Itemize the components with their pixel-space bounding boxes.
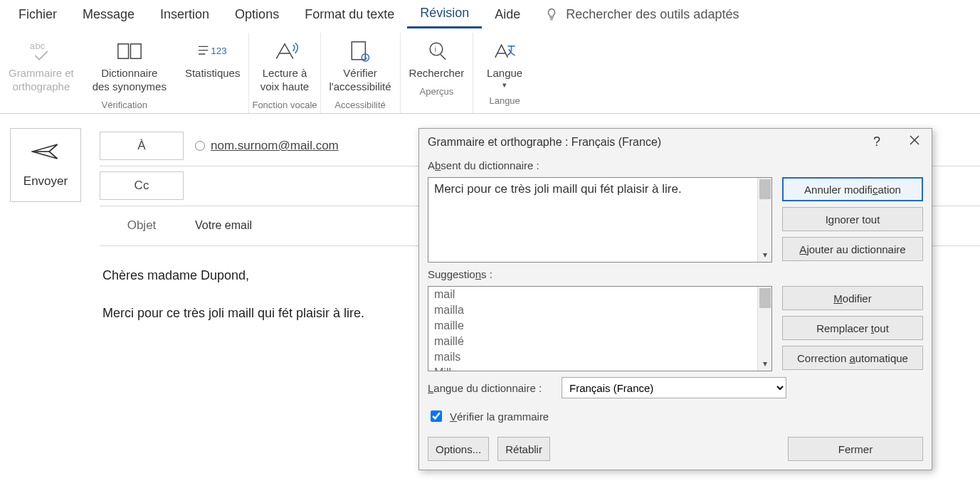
check-grammar-checkbox[interactable] <box>431 410 442 422</box>
accessibility-check-button[interactable]: Vérifier l'accessibilité <box>324 33 397 97</box>
tell-me-label: Rechercher des outils adaptés <box>566 7 739 22</box>
options-button[interactable]: Options... <box>428 437 489 461</box>
scrollbar[interactable]: ▾ <box>757 287 771 371</box>
dict-language-select[interactable]: Français (France) <box>562 377 786 398</box>
thesaurus-icon <box>114 36 145 67</box>
language-button[interactable]: Langue ▾ <box>476 33 533 92</box>
menu-bar: Fichier Message Insertion Options Format… <box>0 0 980 28</box>
sentence-text[interactable]: Merci pour ce très joli maill qui fét pl… <box>428 178 757 262</box>
statistics-label: Statistiques <box>185 67 241 80</box>
menu-message[interactable]: Message <box>70 1 147 28</box>
cc-button[interactable]: Cc <box>100 171 184 200</box>
chevron-down-icon: ▾ <box>502 80 507 90</box>
send-icon <box>31 141 60 166</box>
spellcheck-dialog: Grammaire et orthographe : Français (Fra… <box>418 128 932 470</box>
suggestion-item[interactable]: mails <box>428 349 757 365</box>
svg-rect-2 <box>352 42 365 60</box>
thesaurus-button[interactable]: Dictionnaire des synonymes <box>87 33 172 97</box>
absent-label: Absent du dictionnaire : <box>428 159 772 171</box>
menu-options[interactable]: Options <box>222 1 292 28</box>
scroll-down-icon[interactable]: ▾ <box>763 356 767 371</box>
group-name-language: Langue <box>489 95 520 106</box>
suggestion-item[interactable]: mailla <box>428 302 757 318</box>
thesaurus-label: Dictionnaire des synonymes <box>93 67 167 94</box>
read-aloud-icon <box>269 36 300 67</box>
ribbon-group-insights: i Rechercher Aperçus <box>401 33 474 113</box>
subject-label: Objet <box>100 218 184 233</box>
not-in-dictionary-box[interactable]: Merci pour ce très joli maill qui fét pl… <box>428 177 772 263</box>
subject-field[interactable]: Votre email <box>195 219 252 232</box>
abc-check-icon: abc <box>26 36 57 67</box>
ribbon-group-verification: abc Grammaire et orthographe Dictionnair… <box>0 33 249 113</box>
ignore-all-button[interactable]: Ignorer tout <box>782 207 923 231</box>
change-all-button[interactable]: Remplacer tout <box>782 316 923 340</box>
menu-insertion[interactable]: Insertion <box>147 1 222 28</box>
lightbulb-icon <box>544 7 559 21</box>
svg-text:123: 123 <box>211 46 226 56</box>
menu-fichier[interactable]: Fichier <box>6 1 70 28</box>
spellcheck-button[interactable]: abc Grammaire et orthographe <box>3 33 80 97</box>
menu-aide[interactable]: Aide <box>482 1 533 28</box>
group-name-verification: Vérification <box>102 100 147 110</box>
word-count-icon: 123 <box>196 36 230 67</box>
presence-icon <box>195 141 205 151</box>
dialog-help-button[interactable]: ? <box>869 133 885 151</box>
menu-format-texte[interactable]: Format du texte <box>292 1 407 28</box>
ribbon: abc Grammaire et orthographe Dictionnair… <box>0 28 980 114</box>
change-button[interactable]: Modifier <box>782 286 923 310</box>
tell-me-search[interactable]: Rechercher des outils adaptés <box>533 7 739 22</box>
add-to-dictionary-button[interactable]: Ajouter au dictionnaire <box>782 237 923 261</box>
to-button[interactable]: À <box>100 132 184 160</box>
group-name-insights: Aperçus <box>420 86 454 97</box>
close-button[interactable]: Fermer <box>788 437 923 461</box>
smart-lookup-button[interactable]: i Rechercher <box>404 33 470 83</box>
accessibility-icon <box>344 36 376 67</box>
statistics-button[interactable]: 123 Statistiques <box>179 33 246 83</box>
dialog-close-button[interactable] <box>905 133 924 151</box>
language-label: Langue <box>487 67 522 80</box>
read-aloud-button[interactable]: Lecture à voix haute <box>255 33 315 97</box>
accessibility-label: Vérifier l'accessibilité <box>330 67 391 94</box>
send-button[interactable]: Envoyer <box>10 128 81 202</box>
smart-lookup-icon: i <box>421 36 452 67</box>
ribbon-group-language: Langue ▾ Langue <box>473 33 536 113</box>
dialog-titlebar: Grammaire et orthographe : Français (Fra… <box>419 129 932 155</box>
scrollbar[interactable]: ▾ <box>757 178 771 262</box>
group-name-vocal: Fonction vocale <box>252 100 317 110</box>
recipient-chip[interactable]: nom.surnom@mail.com <box>195 139 339 153</box>
svg-text:abc: abc <box>30 41 46 51</box>
scroll-thumb[interactable] <box>759 179 771 199</box>
recipient-address[interactable]: nom.surnom@mail.com <box>211 139 339 153</box>
suggestions-list[interactable]: mail mailla maille maillé mails Mill ▾ <box>428 286 772 371</box>
undo-edit-button[interactable]: Annuler modification <box>782 177 923 201</box>
suggestions-label: Suggestions : <box>428 268 772 280</box>
reset-button[interactable]: Rétablir <box>497 437 550 461</box>
suggestion-item[interactable]: maillé <box>428 334 757 349</box>
smart-lookup-label: Rechercher <box>409 67 465 80</box>
suggestion-item[interactable]: maille <box>428 318 757 334</box>
suggestion-item[interactable]: Mill <box>428 365 757 371</box>
svg-text:i: i <box>435 46 436 53</box>
suggestion-item[interactable]: mail <box>428 287 757 302</box>
scroll-thumb[interactable] <box>759 288 771 308</box>
ribbon-group-vocal: Lecture à voix haute Fonction vocale <box>249 33 320 113</box>
send-label: Envoyer <box>23 174 68 189</box>
menu-revision[interactable]: Révision <box>407 0 482 28</box>
ribbon-group-accessibility: Vérifier l'accessibilité Accessibilité <box>321 33 401 113</box>
autocorrect-button[interactable]: Correction automatique <box>782 346 923 370</box>
read-aloud-label: Lecture à voix haute <box>260 67 309 94</box>
scroll-down-icon[interactable]: ▾ <box>763 248 767 262</box>
dialog-title: Grammaire et orthographe : Français (Fra… <box>428 136 661 149</box>
spellcheck-label: Grammaire et orthographe <box>9 67 74 94</box>
language-icon <box>489 36 520 67</box>
group-name-accessibility: Accessibilité <box>334 100 386 110</box>
check-grammar-label: Vérifier la grammaire <box>450 410 549 423</box>
dict-language-label: Langue du dictionnaire : <box>428 382 554 394</box>
